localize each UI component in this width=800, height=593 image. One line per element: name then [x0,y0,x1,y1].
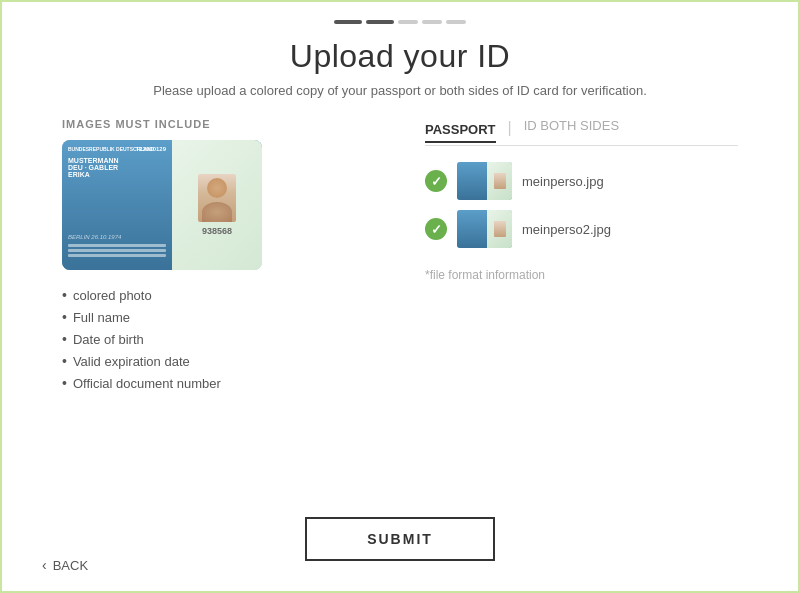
tabs-row: PASSPORT | ID BOTH SIDES [425,118,738,146]
back-label: BACK [53,558,88,573]
id-card-number-top: T22000129 [136,146,166,152]
images-must-include-label: IMAGES MUST INCLUDE [62,118,375,130]
id-photo [198,174,236,222]
file-name-2: meinperso2.jpg [522,222,611,237]
page-title: Upload your ID [290,38,510,75]
progress-seg-3 [398,20,418,24]
tab-separator: | [508,119,512,137]
file-row-1: meinperso.jpg [425,162,738,200]
file-name-1: meinperso.jpg [522,174,604,189]
page-container: Upload your ID Please upload a colored c… [0,0,800,593]
id-signature: BERLIN 26.10.1974 [68,234,121,240]
progress-seg-2 [366,20,394,24]
req-item-5: Official document number [62,372,375,394]
uploaded-files: meinperso.jpg meinperso2.jpg [425,162,738,248]
id-name-block: MUSTERMANN DEU · GABLER ERIKA [68,157,166,178]
back-arrow-icon: ‹ [42,557,47,573]
check-icon-1 [425,170,447,192]
submit-button[interactable]: SUBMIT [305,517,495,561]
file-thumb-1 [457,162,512,200]
progress-seg-1 [334,20,362,24]
check-icon-2 [425,218,447,240]
tab-id-both-sides[interactable]: ID BOTH SIDES [524,118,619,137]
id-barcode [68,244,166,262]
right-panel: PASSPORT | ID BOTH SIDES [405,118,738,517]
req-item-1: colored photo [62,284,375,306]
page-subtitle: Please upload a colored copy of your pas… [153,83,647,98]
file-thumb-2 [457,210,512,248]
requirements-list: colored photo Full name Date of birth Va… [62,284,375,394]
id-number-bottom: 938568 [202,226,232,236]
req-item-3: Date of birth [62,328,375,350]
req-item-4: Valid expiration date [62,350,375,372]
progress-seg-4 [422,20,442,24]
progress-seg-5 [446,20,466,24]
back-link[interactable]: ‹ BACK [42,557,88,573]
progress-bar [334,20,466,24]
file-row-2: meinperso2.jpg [425,210,738,248]
left-panel: IMAGES MUST INCLUDE BUNDESREPUBLIK DEUTS… [62,118,405,517]
id-card-right: 938568 [172,140,262,270]
id-card-illustration: BUNDESREPUBLIK DEUTSCHLAND T22000129 MUS… [62,140,262,270]
bottom-area: SUBMIT ‹ BACK [2,517,798,591]
file-format-info: *file format information [425,268,738,282]
main-content: IMAGES MUST INCLUDE BUNDESREPUBLIK DEUTS… [2,118,798,517]
req-item-2: Full name [62,306,375,328]
tab-passport[interactable]: PASSPORT [425,122,496,143]
